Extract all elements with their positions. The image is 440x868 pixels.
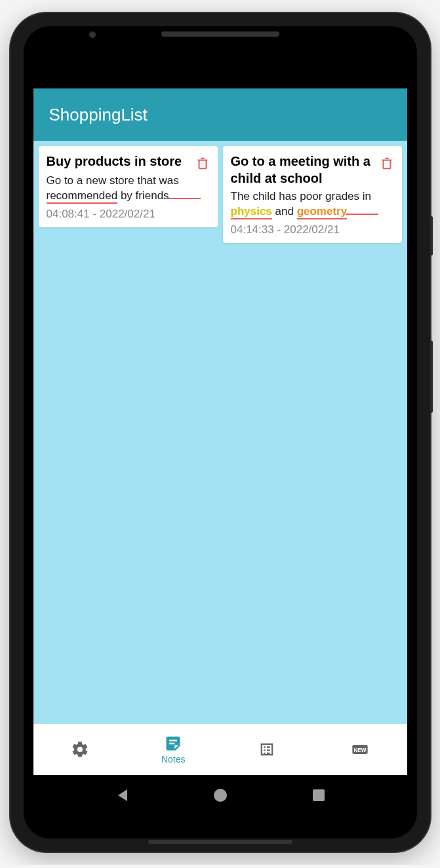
- note-timestamp: 04:08:41 - 2022/02/21: [47, 208, 210, 221]
- note-icon: [164, 734, 182, 753]
- phone-speaker-top: [161, 31, 279, 37]
- spellcheck-line: [168, 198, 201, 199]
- app-bar: ShoppingList: [33, 88, 407, 141]
- trash-icon[interactable]: [195, 155, 210, 171]
- nav-label: Notes: [161, 754, 186, 764]
- note-text-highlight: physics: [231, 205, 272, 219]
- note-text: by friends: [117, 189, 169, 202]
- app-screen: ShoppingList Buy products in store Go to…: [33, 88, 407, 816]
- android-home-button[interactable]: [210, 785, 230, 805]
- phone-camera: [89, 31, 96, 38]
- svg-rect-3: [313, 789, 325, 801]
- phone-speaker-bottom: [148, 840, 292, 844]
- svg-text:NEW: NEW: [354, 747, 367, 753]
- android-back-button[interactable]: [112, 785, 132, 805]
- svg-point-2: [214, 789, 227, 802]
- note-title: Buy products in store: [47, 153, 190, 170]
- trash-icon[interactable]: [380, 155, 394, 171]
- app-title: ShoppingList: [49, 105, 148, 125]
- note-title: Go to a meeting with a child at school: [231, 153, 374, 187]
- phone-side-button: [430, 341, 433, 413]
- list-icon: [258, 740, 276, 759]
- note-card[interactable]: Buy products in store Go to a new store …: [39, 146, 218, 227]
- spellcheck-line: [346, 214, 378, 215]
- note-timestamp: 04:14:33 - 2022/02/21: [231, 223, 394, 236]
- note-text-underlined: recommended: [47, 189, 118, 204]
- note-body: The child has poor grades in physics and…: [231, 189, 394, 219]
- nav-notes[interactable]: Notes: [127, 734, 220, 764]
- nav-new[interactable]: NEW: [313, 740, 407, 759]
- bottom-nav: Notes NEW: [33, 724, 407, 775]
- phone-frame: ShoppingList Buy products in store Go to…: [10, 13, 430, 852]
- note-card[interactable]: Go to a meeting with a child at school T…: [223, 146, 402, 243]
- note-text: Go to a new store that was: [47, 174, 179, 187]
- new-icon: NEW: [351, 740, 369, 759]
- android-navbar: [33, 775, 407, 816]
- note-body: Go to a new store that was recommended b…: [47, 174, 210, 204]
- gear-icon: [71, 740, 89, 759]
- note-text: and: [272, 205, 297, 217]
- notes-grid: Buy products in store Go to a new store …: [33, 141, 407, 724]
- phone-side-button: [430, 216, 433, 255]
- note-text-highlight: geometry: [297, 205, 348, 219]
- phone-inner: ShoppingList Buy products in store Go to…: [24, 26, 417, 839]
- android-recent-button[interactable]: [309, 785, 329, 805]
- nav-settings[interactable]: [33, 740, 127, 759]
- note-text: The child has poor grades in: [231, 190, 372, 202]
- nav-list[interactable]: [220, 740, 314, 759]
